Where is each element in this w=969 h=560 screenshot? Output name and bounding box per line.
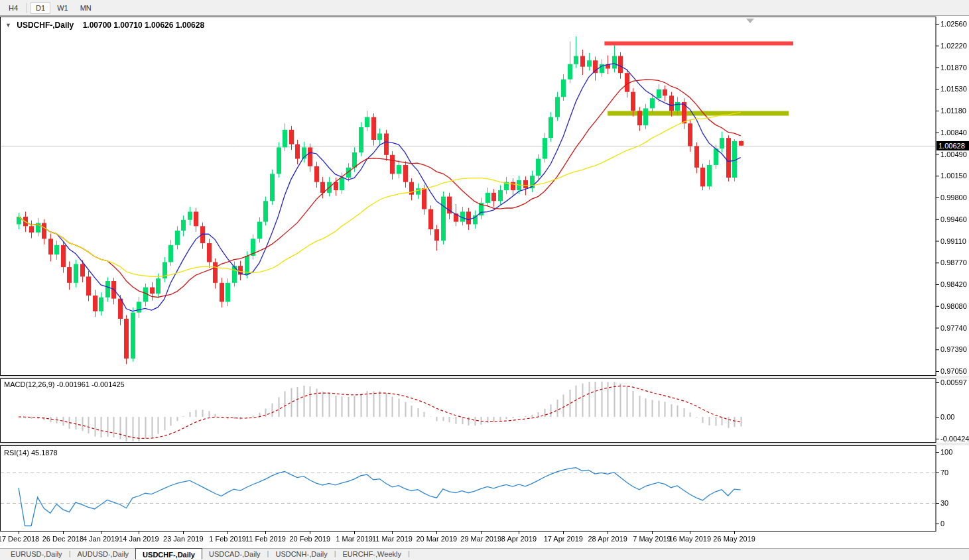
rsi-axis-label: 30 [940, 499, 948, 507]
date-axis-label: 8 Apr 2019 [501, 535, 537, 543]
price-axis-label: 0.99800 [940, 194, 967, 201]
date-axis-label: 11 Mar 2019 [372, 535, 413, 543]
rsi-axis-label: 0 [940, 520, 944, 528]
tab-separator: | [408, 549, 410, 560]
rsi-axis-label: 100 [940, 448, 952, 456]
date-axis-label: 7 May 2019 [633, 535, 671, 543]
date-axis-label: 29 Mar 2019 [460, 535, 501, 543]
macd-axis-label: 0.00597 [940, 378, 967, 386]
price-axis-label: 1.01870 [940, 64, 967, 72]
price-axis-label: 0.98770 [940, 258, 967, 266]
price-axis-label: 1.00150 [940, 172, 967, 180]
date-axis-label: 26 Dec 2018 [42, 535, 84, 543]
chart-tab-bar: EURUSD-,Daily | AUDUSD-,Daily USDCHF-,Da… [0, 548, 969, 560]
price-axis-label: 0.97050 [940, 367, 967, 375]
collapse-triangle-icon[interactable]: ▼ [5, 22, 11, 28]
timeframe-button-h4[interactable]: H4 [3, 2, 23, 14]
current-price-badge: 1.00628 [937, 141, 969, 150]
chart-shift-marker-icon[interactable] [746, 19, 754, 23]
date-axis-label: 26 May 2019 [713, 535, 755, 543]
date-axis-label: 16 May 2019 [669, 535, 711, 543]
price-axis-label: 1.01530 [940, 85, 967, 93]
date-axis-label: 14 Jan 2019 [119, 535, 159, 543]
timeframe-button-d1[interactable]: D1 [31, 2, 50, 14]
price-axis-label: 0.99110 [940, 237, 966, 245]
tab-usdchf-daily[interactable]: USDCHF-,Daily [135, 548, 202, 559]
timeframe-toolbar: H4 D1 W1 MN [0, 0, 969, 16]
date-axis-label: 28 Apr 2019 [588, 535, 627, 543]
timeframe-button-mn[interactable]: MN [75, 2, 97, 14]
price-chart-canvas[interactable] [0, 0, 969, 560]
rsi-indicator-label: RSI(14) 45.1878 [4, 449, 58, 457]
mt4-window: { "toolbar": { "buttons": [ {"label": "H… [0, 0, 969, 560]
price-axis-label: 0.97390 [940, 345, 967, 353]
date-axis-label: 20 Feb 2019 [289, 535, 330, 543]
date-axis-label: 11 Feb 2019 [245, 535, 286, 543]
price-axis-label: 1.00840 [940, 129, 967, 137]
price-axis-label: 1.02220 [940, 42, 967, 50]
date-axis-label: 17 Dec 2018 [0, 535, 39, 543]
chart-title: ▼ USDCHF-,Daily 1.00700 1.00710 1.00626 … [5, 21, 204, 30]
date-axis-label: 4 Jan 2019 [83, 535, 119, 543]
price-axis-label: 0.99460 [940, 215, 967, 223]
price-axis-label: 1.01180 [940, 107, 966, 115]
symbol-period-label: USDCHF-,Daily [17, 21, 74, 30]
timeframe-button-w1[interactable]: W1 [52, 2, 74, 14]
tab-usdcnh-daily[interactable]: USDCNH-,Daily [269, 549, 334, 560]
rsi-axis-label: 70 [940, 469, 948, 476]
tab-eurusd-daily[interactable]: EURUSD-,Daily [4, 549, 69, 560]
price-axis-label: 1.02560 [940, 20, 967, 28]
tab-audusd-daily[interactable]: AUDUSD-,Daily [70, 549, 135, 560]
price-axis-label: 0.97740 [940, 324, 967, 332]
price-axis-label: 1.00490 [940, 150, 967, 158]
date-axis-label: 1 Mar 2019 [336, 535, 373, 543]
tab-eurchf-weekly[interactable]: EURCHF-,Weekly [336, 549, 408, 560]
macd-axis-label: -0.004243 [940, 435, 969, 443]
tab-usdcad-daily[interactable]: USDCAD-,Daily [202, 549, 267, 560]
macd-axis-label: 0.00 [940, 413, 954, 421]
date-axis-label: 23 Jan 2019 [163, 535, 204, 543]
price-axis-label: 0.98420 [940, 280, 967, 288]
macd-indicator-label: MACD(12,26,9) -0.001961 -0.001425 [4, 380, 125, 388]
ohlc-values: 1.00700 1.00710 1.00626 1.00628 [83, 21, 205, 30]
date-axis-label: 20 Mar 2019 [416, 535, 457, 543]
price-axis-label: 0.98080 [940, 302, 967, 310]
toolbar-separator [27, 3, 27, 13]
date-axis-label: 1 Feb 2019 [209, 535, 246, 543]
date-axis-label: 17 Apr 2019 [544, 535, 583, 543]
